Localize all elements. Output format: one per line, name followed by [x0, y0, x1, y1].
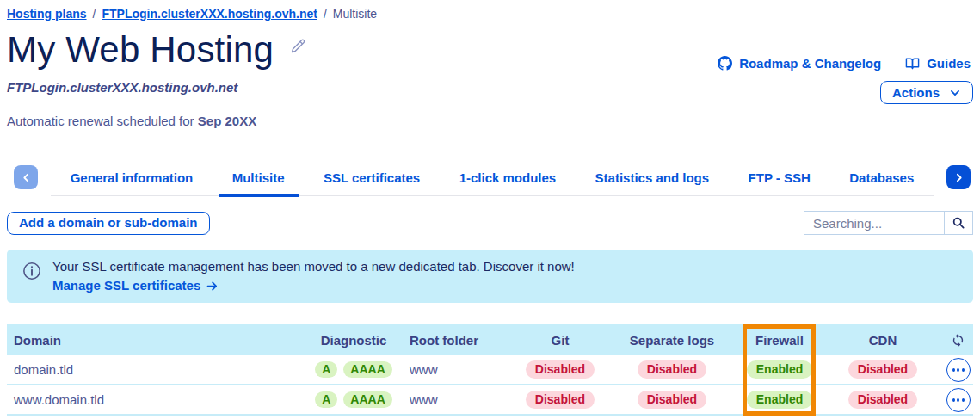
banner-body: Your SSL certificate management has been…	[52, 257, 575, 293]
firewall-status-pill: Enabled	[747, 360, 812, 379]
cdn-cell: Disabled	[823, 391, 943, 409]
dns-record-badge-a: A	[315, 391, 337, 408]
renewal-text: Automatic renewal scheduled for	[7, 114, 198, 128]
tab-databases[interactable]: Databases	[835, 165, 928, 197]
diagnostic-cell: AAAAA	[306, 391, 401, 408]
chevron-right-icon	[953, 172, 965, 183]
tab-ssl-certificates[interactable]: SSL certificates	[310, 165, 434, 197]
tab-bar: General informationMultisiteSSL certific…	[51, 165, 934, 196]
search-submit-button[interactable]	[944, 212, 972, 234]
tab-statistics-and-logs[interactable]: Statistics and logs	[582, 165, 724, 197]
search-box	[804, 211, 973, 235]
git-cell: Disabled	[513, 360, 607, 379]
ellipsis-icon	[962, 398, 965, 402]
dns-record-badge-aaaa: AAAA	[343, 361, 391, 378]
separate-logs-status-pill: Disabled	[638, 391, 706, 409]
breadcrumb-item-multisite: Multisite	[333, 7, 377, 21]
ellipsis-icon	[952, 368, 955, 372]
firewall-cell: Enabled	[737, 391, 823, 409]
row-actions-button[interactable]	[946, 388, 971, 412]
separate-logs-cell: Disabled	[607, 391, 737, 409]
cdn-cell: Disabled	[823, 360, 943, 379]
diagnostic-cell: AAAAA	[306, 361, 401, 378]
column-header-root-folder: Root folder	[401, 333, 513, 348]
manage-ssl-certificates-link[interactable]: Manage SSL certificates	[52, 276, 219, 295]
toolbar: Add a domain or sub-domain	[7, 211, 973, 235]
tab-general-information[interactable]: General information	[57, 165, 207, 197]
edit-title-pencil-icon[interactable]	[289, 37, 307, 55]
service-name-subtitle: FTPLogin.clusterXXX.hosting.ovh.net	[7, 80, 973, 95]
firewall-status-pill: Enabled	[747, 391, 812, 409]
git-status-pill: Disabled	[526, 391, 595, 409]
arrow-right-icon	[206, 280, 219, 293]
domain-cell: domain.tld	[7, 362, 306, 377]
row-actions-cell	[943, 358, 973, 382]
separate-logs-cell: Disabled	[607, 360, 737, 379]
ellipsis-icon	[957, 398, 959, 402]
cdn-status-pill: Disabled	[848, 391, 917, 409]
root-folder-cell: www	[401, 392, 513, 407]
breadcrumb-item-hosting-plans[interactable]: Hosting plans	[7, 7, 87, 21]
breadcrumb-separator: /	[93, 7, 96, 21]
separate-logs-status-pill: Disabled	[638, 360, 706, 379]
table-body: domain.tldAAAAAwwwDisabledDisabledEnable…	[7, 355, 973, 416]
column-header-domain: Domain	[7, 333, 306, 348]
ssl-info-banner: Your SSL certificate management has been…	[7, 250, 973, 303]
guides-link[interactable]: Guides	[905, 56, 971, 71]
cdn-status-pill: Disabled	[848, 360, 917, 379]
banner-message: Your SSL certificate management has been…	[52, 257, 575, 276]
root-folder-cell: www	[401, 362, 513, 377]
renewal-info: Automatic renewal scheduled for Sep 20XX	[7, 114, 973, 128]
domain-cell: www.domain.tld	[7, 392, 306, 407]
tabs-row: General informationMultisiteSSL certific…	[7, 165, 973, 196]
git-cell: Disabled	[513, 391, 607, 409]
table-header-row: DomainDiagnosticRoot folderGitSeparate l…	[7, 324, 973, 355]
search-icon	[952, 216, 965, 230]
column-header-cdn: CDN	[823, 333, 943, 348]
chevron-left-icon	[21, 172, 32, 183]
search-input[interactable]	[804, 212, 944, 234]
info-icon	[22, 262, 41, 280]
tabs-scroll-left-button[interactable]	[14, 165, 38, 189]
renewal-date: Sep 20XX	[198, 114, 256, 128]
column-header-firewall: Firewall	[737, 333, 823, 348]
row-actions-button[interactable]	[946, 358, 971, 382]
add-domain-button[interactable]: Add a domain or sub-domain	[7, 212, 210, 235]
top-links: Roadmap & Changelog Guides	[718, 56, 971, 71]
column-header-git: Git	[513, 333, 607, 348]
ellipsis-icon	[952, 398, 955, 402]
tab-multisite[interactable]: Multisite	[219, 165, 299, 197]
tab-ftp-ssh[interactable]: FTP - SSH	[735, 165, 824, 197]
actions-dropdown-button[interactable]: Actions	[880, 81, 973, 104]
github-icon	[718, 56, 732, 71]
chevron-down-icon	[949, 87, 961, 99]
row-actions-cell	[943, 388, 973, 412]
dns-record-badge-a: A	[315, 361, 337, 378]
column-header-diagnostic: Diagnostic	[306, 333, 401, 348]
table-row: domain.tldAAAAAwwwDisabledDisabledEnable…	[7, 355, 973, 385]
tabs-scroll-right-button[interactable]	[946, 165, 971, 189]
ellipsis-icon	[957, 368, 959, 372]
book-icon	[905, 56, 920, 71]
page-title: My Web Hosting	[7, 28, 274, 71]
dns-record-badge-aaaa: AAAA	[343, 391, 391, 408]
hosting-multisite-page: Hosting plans/FTPLogin.clusterXXX.hostin…	[0, 0, 980, 419]
refresh-icon[interactable]	[951, 333, 965, 348]
tab-1-click-modules[interactable]: 1-click modules	[446, 165, 570, 197]
breadcrumb: Hosting plans/FTPLogin.clusterXXX.hostin…	[7, 0, 973, 22]
firewall-cell: Enabled	[737, 360, 823, 379]
roadmap-changelog-link[interactable]: Roadmap & Changelog	[718, 56, 881, 71]
column-header-separate-logs: Separate logs	[607, 333, 737, 348]
refresh-cell	[943, 333, 973, 348]
table-row: www.domain.tldAAAAAwwwDisabledDisabledEn…	[7, 385, 973, 416]
breadcrumb-item-ftplogin-clusterxxx-hosting-ovh-net[interactable]: FTPLogin.clusterXXX.hosting.ovh.net	[102, 7, 317, 21]
breadcrumb-separator: /	[324, 7, 327, 21]
git-status-pill: Disabled	[526, 360, 595, 379]
multisite-table: DomainDiagnosticRoot folderGitSeparate l…	[7, 324, 973, 416]
ellipsis-icon	[962, 368, 965, 372]
